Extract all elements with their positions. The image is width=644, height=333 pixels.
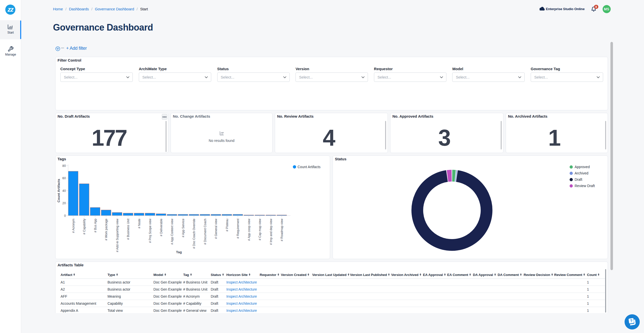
svg-text:# Doc Coach Override: # Doc Coach Override: [192, 219, 196, 249]
svg-text:Draft: Draft: [575, 177, 582, 182]
svg-text:# Capability: # Capability: [83, 219, 86, 235]
svg-text:# Bus App: # Bus App: [94, 219, 97, 233]
svg-text:60: 60: [62, 176, 66, 180]
svg-text:# Plateau: # Plateau: [225, 219, 229, 232]
svg-text:Archived: Archived: [575, 171, 588, 175]
svg-text:# Deliverable: # Deliverable: [159, 219, 163, 236]
svg-text:# Work package: # Work package: [104, 219, 108, 241]
svg-text:Approved: Approved: [575, 165, 590, 169]
svg-text:# Cap map view: # Cap map view: [258, 219, 262, 240]
svg-text:# Business Unit: # Business Unit: [126, 218, 130, 240]
svg-text:# Requirement: # Requirement: [236, 218, 240, 238]
svg-text:# App Context view: # App Context view: [170, 219, 174, 245]
svg-text:# App Service: # App Service: [181, 219, 185, 237]
svg-text:Count Artifacts: Count Artifacts: [57, 179, 61, 202]
svg-text:# Node: # Node: [138, 219, 141, 228]
svg-text:# Imp and dep view: # Imp and dep view: [269, 219, 273, 245]
svg-text:Tag: Tag: [176, 250, 182, 254]
svg-text:# Proj Scope view: # Proj Scope view: [148, 219, 152, 243]
svg-text:Review Draft: Review Draft: [575, 184, 595, 188]
svg-text:# General view: # General view: [214, 219, 218, 239]
svg-text:0: 0: [64, 214, 66, 218]
svg-text:Count Artifacts: Count Artifacts: [298, 165, 320, 169]
svg-text:80: 80: [62, 164, 66, 168]
svg-text:# Document Coach: # Document Coach: [203, 219, 207, 245]
svg-text:40: 40: [62, 189, 66, 193]
svg-text:# Acronym: # Acronym: [72, 219, 75, 233]
svg-text:# App coop view: # App coop view: [247, 219, 251, 241]
svg-text:# Add-in Supporting view: # Add-in Supporting view: [116, 219, 119, 252]
svg-text:20: 20: [62, 201, 66, 205]
svg-text:# Roadmap view: # Roadmap view: [280, 219, 284, 241]
